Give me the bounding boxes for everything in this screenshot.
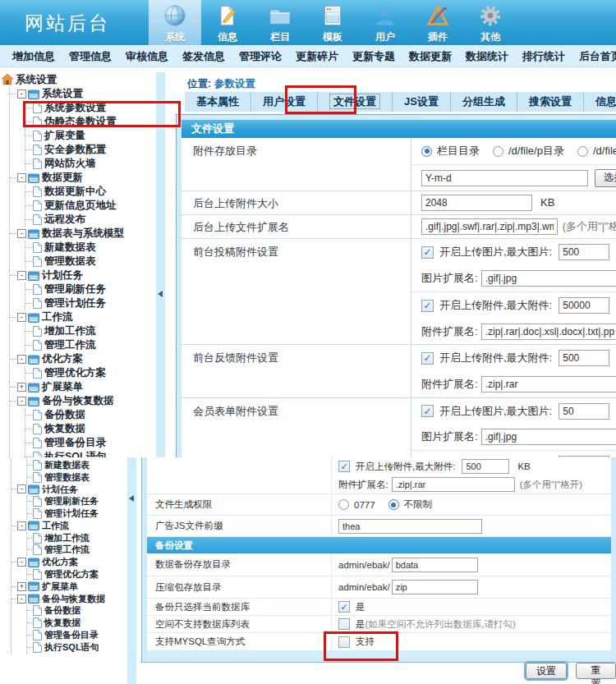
collapse-icon[interactable]: - — [17, 271, 26, 280]
tree-group-1[interactable]: -数据更新 — [10, 171, 154, 185]
tab-5[interactable]: 搜索设置 — [517, 93, 584, 111]
tab-0[interactable]: 基本属性 — [185, 93, 251, 111]
upload-ext-input[interactable] — [421, 218, 558, 235]
tab-3[interactable]: JS设置 — [393, 93, 451, 111]
tree-item[interactable]: 管理计划任务 — [27, 507, 126, 520]
radio-option-dfile-dir[interactable]: /d/file目录 — [577, 144, 616, 158]
tree-group-6[interactable]: +扩展菜单 — [10, 380, 154, 394]
tree-item[interactable]: 新建数据表 — [25, 241, 154, 255]
collapse-icon[interactable]: - — [17, 484, 26, 493]
nav-item-3[interactable]: 模板 — [306, 0, 359, 45]
collapse-icon[interactable]: - — [17, 594, 26, 604]
collapse-icon[interactable]: - — [17, 173, 26, 182]
nav-item-6[interactable]: 其他 — [464, 0, 517, 45]
sidebar-splitter[interactable] — [156, 72, 165, 457]
attachment-ext-input[interactable] — [481, 376, 616, 392]
nav-item-1[interactable]: 信息 — [201, 0, 254, 45]
radio-option-unlimited[interactable]: 不限制 — [388, 498, 433, 511]
tree-group-4[interactable]: -工作流 — [10, 310, 154, 324]
radio-option-column-dir[interactable]: 栏目目录 — [421, 144, 480, 158]
menu-item-4[interactable]: 管理评论 — [239, 49, 282, 64]
tree-group-11[interactable]: -备份与恢复数据 — [11, 593, 126, 605]
tree-item[interactable]: 数据更新中心 — [25, 185, 154, 199]
radio-option-0777[interactable]: 0777 — [338, 499, 375, 510]
tree-group-5[interactable]: -工作流 — [11, 520, 126, 532]
tree-item[interactable]: 增加工作流 — [27, 532, 126, 544]
nav-item-0[interactable]: 系统 — [149, 0, 201, 45]
tree-item[interactable]: 管理工作流 — [25, 338, 154, 352]
attachment-ext-input[interactable] — [481, 324, 616, 340]
menu-item-5[interactable]: 更新碎片 — [296, 49, 338, 64]
radio-icon[interactable] — [493, 146, 503, 157]
tab-4[interactable]: 分组生成 — [451, 93, 517, 111]
max-attachment-input[interactable] — [559, 350, 609, 366]
tree-group-8[interactable]: -优化方案 — [11, 556, 126, 568]
menu-item-1[interactable]: 管理信息 — [69, 49, 112, 64]
menu-item-0[interactable]: 增加信息 — [12, 49, 55, 64]
radio-icon[interactable] — [388, 499, 399, 510]
tree-item[interactable]: 管理备份目录 — [27, 629, 126, 641]
tree-item[interactable]: 备份数据 — [25, 408, 154, 422]
tree-group-2[interactable]: -计划任务 — [11, 484, 126, 496]
tree-group-2[interactable]: -数据表与系统模型 — [10, 227, 154, 241]
image-ext-input[interactable] — [481, 429, 616, 445]
tree-item[interactable]: 管理刷新任务 — [25, 282, 154, 296]
nav-item-2[interactable]: 栏目 — [254, 0, 306, 45]
collapse-sidebar-icon[interactable] — [129, 495, 134, 502]
tree-item[interactable]: 增加工作流 — [25, 324, 154, 338]
menu-item-2[interactable]: 审核信息 — [126, 49, 168, 64]
tree-item[interactable]: 扩展变量 — [25, 129, 154, 143]
sidebar-splitter[interactable] — [127, 457, 136, 684]
js-prefix-input[interactable] — [338, 519, 482, 534]
tree-group-3[interactable]: -计划任务 — [10, 269, 154, 282]
menu-item-9[interactable]: 排行统计 — [522, 49, 565, 64]
radio-icon[interactable] — [577, 146, 588, 157]
dir-format-input[interactable] — [421, 170, 588, 186]
enable-image-upload-checkbox[interactable] — [421, 405, 434, 417]
submit-button[interactable]: 设置 — [526, 663, 567, 679]
reset-button[interactable]: 重置 — [576, 663, 616, 679]
menu-item-10[interactable]: 后台首页 — [579, 49, 616, 64]
upload-size-input[interactable] — [421, 195, 532, 211]
menu-item-6[interactable]: 更新专题 — [352, 49, 395, 64]
no-db-list-checkbox[interactable] — [338, 618, 350, 630]
nav-item-5[interactable]: 插件 — [411, 0, 464, 45]
enable-attachment-upload-checkbox[interactable] — [421, 352, 434, 365]
nav-item-4[interactable]: 用户 — [359, 0, 411, 45]
tab-6[interactable]: 信息设置 — [584, 93, 616, 111]
max-image-input[interactable] — [559, 244, 609, 260]
enable-image-upload-checkbox[interactable] — [421, 246, 434, 259]
tree-item[interactable]: 远程发布 — [25, 213, 154, 227]
tree-item[interactable]: 系统参数设置 — [25, 101, 154, 115]
tree-item[interactable]: 备份数据 — [27, 605, 126, 617]
tree-item[interactable]: 管理优化方案 — [25, 366, 154, 380]
mysql-query-checkbox[interactable] — [338, 636, 350, 648]
tree-group-0[interactable]: -系统设置 — [10, 87, 154, 101]
tab-1[interactable]: 用户设置 — [251, 93, 318, 111]
max-attachment-input[interactable] — [462, 459, 509, 474]
collapse-icon[interactable]: - — [17, 313, 26, 322]
enable-attachment-upload-checkbox[interactable] — [338, 461, 350, 472]
tab-2[interactable]: 文件设置 — [318, 93, 393, 111]
collapse-icon[interactable]: - — [17, 397, 26, 406]
collapse-icon[interactable]: - — [17, 558, 26, 567]
radio-icon[interactable] — [421, 146, 432, 157]
tree-item[interactable]: 恢复数据 — [27, 617, 126, 629]
menu-item-7[interactable]: 数据更新 — [409, 49, 452, 64]
choose-dir-button[interactable]: 选择 — [595, 169, 616, 187]
max-image-input[interactable] — [559, 403, 609, 420]
tree-item[interactable]: 管理数据表 — [27, 471, 126, 484]
tree-item[interactable]: 管理备份目录 — [25, 436, 154, 450]
tree-item[interactable]: 管理计划任务 — [25, 296, 154, 310]
expand-icon[interactable]: + — [17, 582, 26, 591]
image-ext-input[interactable] — [481, 270, 616, 287]
menu-item-8[interactable]: 数据统计 — [466, 49, 508, 64]
max-attachment-input[interactable] — [559, 297, 609, 314]
tree-item[interactable]: 执行SQL语句 — [27, 641, 126, 654]
collapse-icon[interactable]: - — [17, 229, 26, 238]
tree-item[interactable]: 伪静态参数设置 — [25, 115, 154, 129]
collapse-sidebar-icon[interactable] — [158, 291, 163, 297]
collapse-icon[interactable]: - — [17, 521, 26, 530]
radio-icon[interactable] — [338, 499, 349, 510]
tree-item[interactable]: 更新信息页地址 — [25, 199, 154, 213]
